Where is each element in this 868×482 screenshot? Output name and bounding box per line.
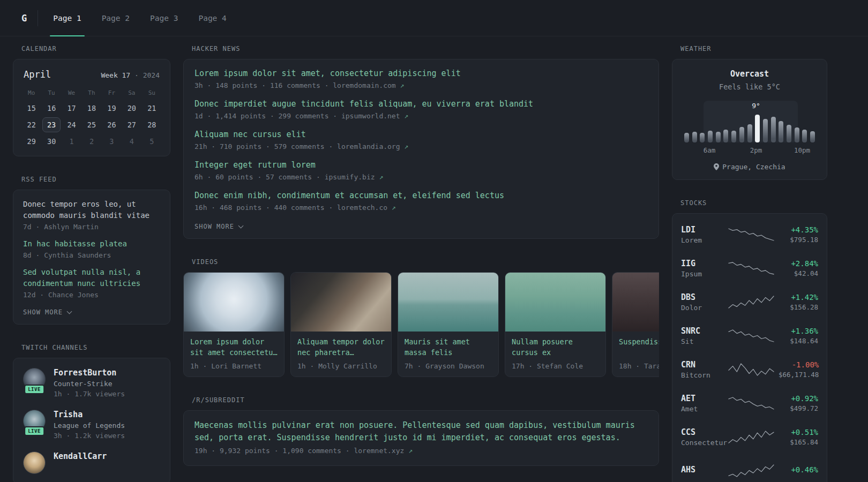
stock-row[interactable]: LDI Lorem +4.35% $795.18 bbox=[681, 217, 818, 251]
rss-item: In hac habitasse platea 8d · Cynthia Sau… bbox=[23, 238, 160, 259]
hn-item-link[interactable]: Lorem ipsum dolor sit amet, consectetur … bbox=[194, 68, 648, 79]
videos-widget: VIDEOS Lorem ipsum dolor sit amet consec… bbox=[183, 258, 659, 377]
rss-show-more-button[interactable]: SHOW MORE bbox=[23, 308, 71, 316]
left-column: CALENDAR April Week 17 · 2024 Mo Tu We T… bbox=[13, 45, 170, 482]
stock-name: Amet bbox=[681, 405, 728, 413]
rss-item-link[interactable]: Donec tempor eros leo, ut commodo mauris… bbox=[23, 199, 160, 221]
video-card[interactable]: Nullam posuere cursus ex 17h · Stefan Co… bbox=[505, 272, 606, 377]
twitch-channel[interactable]: LIVE Trisha League of Legends 3h · 1.2k … bbox=[23, 410, 160, 440]
stocks-widget: STOCKS LDI Lorem +4.35% $795.18 IIG bbox=[672, 199, 827, 482]
page-tabs: Page 1 Page 2 Page 3 Page 4 bbox=[50, 0, 244, 36]
weather-bar bbox=[763, 119, 768, 142]
hn-item-domain-link[interactable]: ipsumworld.net bbox=[341, 112, 400, 120]
weather-bar bbox=[692, 132, 697, 142]
calendar-day-headers: Mo Tu We Th Fr Sa Su bbox=[21, 85, 162, 100]
hn-item-domain-link[interactable]: loremtech.co bbox=[337, 204, 387, 212]
stock-row[interactable]: AET Amet +0.92% $499.72 bbox=[681, 386, 818, 420]
hn-item-link[interactable]: Donec enim nibh, condimentum et accumsan… bbox=[194, 190, 648, 201]
stock-sparkline bbox=[728, 295, 774, 310]
hn-item-domain-link[interactable]: loremdomain.com bbox=[333, 81, 395, 89]
stock-row[interactable]: CCS Consectetur +0.51% $165.84 bbox=[681, 420, 818, 454]
calendar-widget-title: CALENDAR bbox=[21, 45, 170, 52]
twitch-channel[interactable]: LIVE ForrestBurton Counter-Strike 1h · 1… bbox=[23, 368, 160, 398]
video-card[interactable]: Lorem ipsum dolor sit amet consectetu… 1… bbox=[183, 272, 285, 377]
weather-bar bbox=[723, 130, 728, 142]
rss-item-link[interactable]: Sed volutpat nulla nisl, a condimentum n… bbox=[23, 267, 160, 289]
hn-item-meta: 16h · 468 points · 440 comments · loremt… bbox=[194, 204, 648, 212]
hn-item-domain-link[interactable]: loremlandia.org bbox=[337, 142, 400, 150]
time-label: 2pm bbox=[750, 146, 762, 154]
hn-item-link[interactable]: Aliquam nec cursus elit bbox=[194, 129, 648, 140]
twitch-widget-title: TWITCH CHANNELS bbox=[21, 344, 170, 351]
twitch-channel[interactable]: KendallCarr bbox=[23, 451, 160, 474]
stock-id: AHS bbox=[681, 465, 728, 476]
stock-id: CRN Bitcorn bbox=[681, 360, 728, 379]
stock-change: +0.51% bbox=[779, 428, 818, 436]
stock-change: +1.42% bbox=[779, 293, 818, 302]
calendar-grid: 15 16 17 18 19 20 21 22 23 24 25 26 27 2… bbox=[21, 100, 162, 149]
weather-bar bbox=[708, 131, 713, 142]
stock-values: +2.84% $42.04 bbox=[779, 259, 818, 277]
calendar-day-next-month: 2 bbox=[81, 133, 101, 149]
stock-symbol: AET bbox=[681, 394, 728, 403]
time-label: 6am bbox=[704, 146, 716, 154]
dow-label: Tu bbox=[41, 85, 61, 100]
stock-name: Bitcorn bbox=[681, 371, 728, 379]
video-card[interactable]: Aliquam tempor dolor nec pharetra… 1h · … bbox=[290, 272, 392, 377]
chevron-down-icon bbox=[238, 223, 244, 229]
current-temp-label: 9° bbox=[752, 102, 760, 110]
app-logo[interactable]: G bbox=[21, 10, 38, 26]
tab-page-2[interactable]: Page 2 bbox=[99, 0, 133, 36]
stock-row[interactable]: AHS +0.46% bbox=[681, 454, 818, 482]
stock-symbol: DBS bbox=[681, 292, 728, 302]
video-title-link[interactable]: Suspendisse diam bbox=[619, 337, 659, 358]
chevron-down-icon bbox=[67, 309, 72, 314]
calendar-widget: CALENDAR April Week 17 · 2024 Mo Tu We T… bbox=[13, 45, 170, 156]
video-title-link[interactable]: Lorem ipsum dolor sit amet consectetu… bbox=[190, 337, 278, 358]
subreddit-domain-link[interactable]: loremnet.xyz bbox=[354, 447, 404, 455]
hn-item-link[interactable]: Donec imperdiet augue tincidunt felis al… bbox=[194, 99, 648, 110]
dow-label: Sa bbox=[122, 85, 141, 100]
stock-row[interactable]: IIG Ipsum +2.84% $42.04 bbox=[681, 251, 818, 285]
video-meta: 1h · Lori Barnett bbox=[190, 362, 278, 370]
weather-bar bbox=[779, 121, 783, 142]
video-title-link[interactable]: Mauris sit amet massa felis bbox=[405, 337, 492, 358]
stock-row[interactable]: CRN Bitcorn -1.00% $66,171.48 bbox=[681, 352, 818, 386]
stock-change: +0.92% bbox=[779, 394, 818, 403]
video-card-row: Lorem ipsum dolor sit amet consectetu… 1… bbox=[183, 272, 659, 377]
hn-item: Aliquam nec cursus elit 21h · 710 points… bbox=[194, 129, 648, 150]
subreddit-widget: /R/SUBREDDIT Maecenas mollis pulvinar er… bbox=[183, 396, 659, 466]
video-title-link[interactable]: Aliquam tempor dolor nec pharetra… bbox=[297, 337, 385, 358]
stock-row[interactable]: SNRC Sit +1.36% $148.64 bbox=[681, 319, 818, 352]
weather-chart: 9° bbox=[684, 101, 815, 142]
calendar-day: 21 bbox=[142, 100, 162, 116]
hn-item-link[interactable]: Integer eget rutrum lorem bbox=[194, 160, 648, 171]
video-title-link[interactable]: Nullam posuere cursus ex bbox=[512, 337, 599, 358]
stock-row[interactable]: DBS Dolor +1.42% $156.28 bbox=[681, 285, 818, 319]
tab-page-3[interactable]: Page 3 bbox=[147, 0, 181, 36]
hn-item-domain-link[interactable]: ipsumify.biz bbox=[325, 173, 375, 181]
rss-item-link[interactable]: In hac habitasse platea bbox=[23, 238, 160, 250]
stock-id: IIG Ipsum bbox=[681, 259, 728, 278]
video-thumbnail bbox=[612, 273, 659, 332]
stock-symbol: IIG bbox=[681, 259, 728, 268]
channel-viewers: 3h · 1.2k viewers bbox=[54, 432, 125, 440]
weather-time-labels: 6am 2pm 10pm bbox=[684, 146, 815, 155]
video-card[interactable]: Suspendisse diam 18h · Tara bbox=[612, 272, 659, 377]
video-card[interactable]: Mauris sit amet massa felis 7h · Grayson… bbox=[398, 272, 499, 377]
dashboard-content: CALENDAR April Week 17 · 2024 Mo Tu We T… bbox=[0, 36, 868, 482]
twitch-widget: TWITCH CHANNELS LIVE ForrestBurton Count… bbox=[13, 344, 170, 482]
subreddit-post-link[interactable]: Maecenas mollis pulvinar erat non posuer… bbox=[194, 419, 648, 443]
tab-page-1[interactable]: Page 1 bbox=[50, 0, 84, 36]
channel-info: KendallCarr bbox=[54, 451, 107, 461]
live-badge: LIVE bbox=[24, 385, 44, 394]
rss-item: Sed volutpat nulla nisl, a condimentum n… bbox=[23, 267, 160, 299]
tab-page-4[interactable]: Page 4 bbox=[195, 0, 229, 36]
weather-bar bbox=[684, 133, 689, 142]
stock-price: $499.72 bbox=[779, 404, 818, 412]
calendar-week-year: Week 17 · 2024 bbox=[101, 71, 160, 79]
stock-values: +0.51% $165.84 bbox=[779, 428, 818, 446]
channel-name: ForrestBurton bbox=[54, 368, 125, 378]
hn-show-more-button[interactable]: SHOW MORE bbox=[194, 223, 243, 230]
external-link-icon: ↗ bbox=[392, 204, 396, 212]
